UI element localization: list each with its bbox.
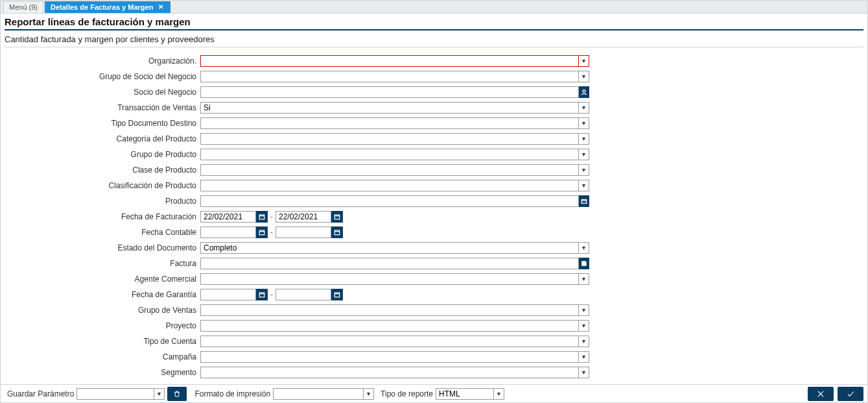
dropdown-grupo-socio[interactable]: ▾ [579, 71, 589, 82]
label-fecha-contable: Fecha Contable [6, 228, 200, 237]
input-fecha-garantia-to[interactable] [276, 289, 331, 300]
dropdown-categoria-producto[interactable]: ▾ [579, 133, 589, 145]
input-fecha-contable-from[interactable] [200, 226, 256, 238]
svg-rect-11 [259, 293, 264, 297]
svg-rect-3 [259, 215, 264, 219]
label-socio: Socio del Negocio [6, 88, 200, 97]
input-fecha-facturacion-to[interactable] [276, 211, 331, 223]
tab-active-label: Detalles de Facturas y Margen [51, 3, 153, 11]
search-factura-icon[interactable] [579, 258, 589, 269]
label-producto: Producto [6, 197, 200, 206]
label-grupo-producto: Grupo de Producto [6, 150, 200, 159]
input-agente-comercial[interactable] [200, 273, 579, 285]
input-categoria-producto[interactable] [200, 133, 579, 145]
dropdown-transaccion-ventas[interactable]: ▾ [579, 102, 589, 114]
tab-active[interactable]: Detalles de Facturas y Margen ✕ [45, 1, 170, 13]
input-fecha-contable-to[interactable] [276, 226, 331, 238]
form-content: Organización. ▾ Grupo de Socio del Negoc… [1, 51, 867, 384]
label-fecha-garantia: Fecha de Garantía [6, 290, 200, 299]
label-tipo-cuenta: Tipo de Cuenta [6, 337, 200, 346]
input-factura[interactable] [200, 258, 579, 269]
dropdown-grupo-producto[interactable]: ▾ [579, 149, 589, 160]
label-transaccion-ventas: Transacción de Ventas [6, 103, 200, 112]
dropdown-proyecto[interactable]: ▾ [579, 320, 589, 332]
page-subtitle: Cantidad facturada y margen por clientes… [5, 31, 863, 47]
page-title: Reportar líneas de facturación y margen [5, 16, 863, 31]
dropdown-organizacion[interactable]: ▾ [579, 55, 589, 67]
svg-rect-13 [334, 293, 340, 297]
search-producto-icon[interactable] [579, 195, 589, 207]
input-tipo-doc-destino[interactable] [200, 117, 579, 129]
input-segmento[interactable] [200, 367, 579, 378]
svg-rect-5 [334, 215, 340, 219]
label-fecha-facturacion: Fecha de Facturación [6, 212, 200, 221]
calendar-icon-contable-from[interactable] [256, 226, 268, 238]
input-grupo-socio[interactable] [200, 71, 579, 82]
date-range-separator: - [270, 290, 273, 299]
input-fecha-facturacion-from[interactable] [200, 211, 256, 223]
label-segmento: Segmento [6, 368, 200, 377]
input-socio[interactable] [200, 86, 579, 98]
dropdown-agente-comercial[interactable]: ▾ [579, 273, 589, 285]
tab-menu[interactable]: Menú (9) [3, 1, 43, 13]
dropdown-grupo-ventas[interactable]: ▾ [579, 304, 589, 316]
input-tipo-cuenta[interactable] [200, 336, 579, 347]
label-campana: Campaña [6, 352, 200, 361]
svg-rect-7 [259, 230, 264, 235]
cancel-button[interactable] [808, 387, 834, 401]
label-agente-comercial: Agente Comercial [6, 275, 200, 284]
input-grupo-ventas[interactable] [200, 304, 579, 316]
input-transaccion-ventas[interactable] [200, 102, 579, 114]
calendar-icon-facturacion-from[interactable] [256, 211, 268, 223]
label-clasificacion-producto: Clasificación de Producto [6, 181, 200, 190]
input-clasificacion-producto[interactable] [200, 180, 579, 191]
dropdown-guardar-param[interactable]: ▾ [154, 388, 165, 400]
input-clase-producto[interactable] [200, 164, 579, 176]
calendar-icon-garantia-to[interactable] [331, 289, 343, 300]
label-guardar-param: Guardar Parámetro [7, 389, 74, 398]
label-proyecto: Proyecto [6, 321, 200, 330]
trash-icon[interactable] [167, 387, 187, 401]
label-formato-impresion: Formato de impresión [194, 389, 270, 398]
label-tipo-reporte: Tipo de reporte [381, 389, 433, 398]
label-clase-producto: Clase de Producto [6, 165, 200, 175]
label-tipo-doc-destino: Tipo Documento Destino [6, 119, 200, 128]
input-producto[interactable] [200, 195, 579, 207]
lookup-socio-icon[interactable] [579, 86, 589, 98]
dropdown-estado-documento[interactable]: ▾ [579, 242, 589, 254]
dropdown-tipo-cuenta[interactable]: ▾ [579, 336, 589, 347]
label-factura: Factura [6, 259, 200, 268]
input-fecha-garantia-from[interactable] [200, 289, 256, 300]
input-organizacion[interactable] [200, 55, 579, 67]
footer-bar: Guardar Parámetro ▾ Formato de impresión… [1, 384, 867, 402]
input-campana[interactable] [200, 351, 579, 363]
date-range-separator: - [270, 212, 273, 221]
input-tipo-reporte[interactable] [436, 388, 494, 400]
label-categoria-producto: Categoría del Producto [6, 134, 200, 143]
input-proyecto[interactable] [200, 320, 579, 332]
dropdown-tipo-doc-destino[interactable]: ▾ [579, 117, 589, 129]
svg-rect-9 [334, 230, 340, 235]
dropdown-formato-impresion[interactable]: ▾ [364, 388, 374, 400]
svg-point-0 [582, 90, 585, 92]
dropdown-clase-producto[interactable]: ▾ [579, 164, 589, 176]
calendar-icon-facturacion-to[interactable] [331, 211, 343, 223]
calendar-icon-garantia-from[interactable] [256, 289, 268, 300]
label-organizacion: Organización. [6, 56, 200, 66]
dropdown-tipo-reporte[interactable]: ▾ [494, 388, 504, 400]
input-grupo-producto[interactable] [200, 149, 579, 160]
dropdown-clasificacion-producto[interactable]: ▾ [579, 180, 589, 191]
label-grupo-socio: Grupo de Socio del Negocio [6, 72, 200, 81]
dropdown-campana[interactable]: ▾ [579, 351, 589, 363]
date-range-separator: - [270, 228, 273, 237]
calendar-icon-contable-to[interactable] [331, 226, 343, 238]
input-estado-documento[interactable] [200, 242, 579, 254]
ok-button[interactable] [838, 387, 863, 401]
app-window: Menú (9) Detalles de Facturas y Margen ✕… [0, 0, 868, 403]
input-formato-impresion[interactable] [273, 388, 364, 400]
tabstrip: Menú (9) Detalles de Facturas y Margen ✕ [1, 1, 867, 14]
label-estado-documento: Estado del Documento [6, 243, 200, 252]
input-guardar-param[interactable] [76, 388, 154, 400]
dropdown-segmento[interactable]: ▾ [579, 367, 589, 378]
close-icon[interactable]: ✕ [157, 3, 165, 11]
